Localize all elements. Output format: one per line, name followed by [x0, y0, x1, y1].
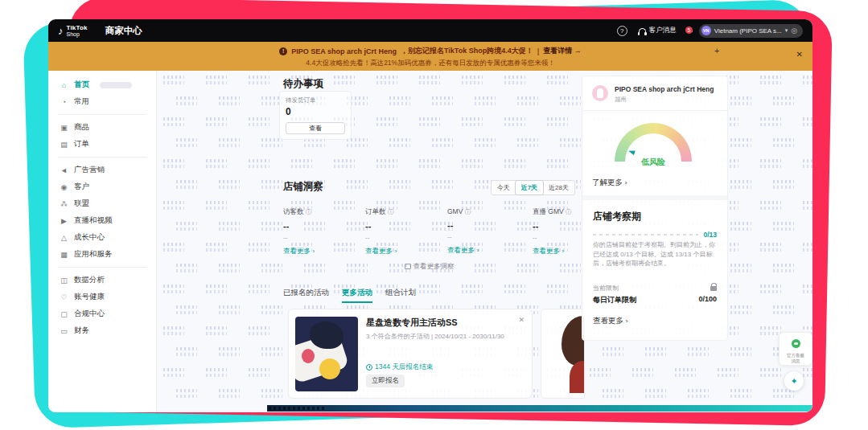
register-now-button[interactable]: 立即报名	[366, 375, 405, 387]
sidebar-item-compliance[interactable]: ▢合规中心	[48, 305, 156, 322]
metric-sub: --	[365, 234, 447, 241]
sidebar-item-label: 合规中心	[74, 309, 105, 319]
insights-metrics: 访客数 ⓘ----查看更多 ›订单数 ⓘ----查看更多 ›GMV ⓘ----查…	[283, 207, 575, 256]
activity-subtitle: 3 个符合条件的子活动 | 2024/10/21 - 2030/11/30	[366, 332, 524, 341]
chevron-right-icon: ›	[476, 247, 479, 254]
metric-more-link[interactable]: 查看更多 ›	[447, 246, 533, 256]
insights-range-tab[interactable]: 近7天	[515, 180, 544, 195]
tiktok-shop-logo[interactable]: ♪ TikTok Shop	[58, 25, 88, 37]
progress-dots	[593, 234, 698, 235]
illustration-figure	[310, 321, 343, 349]
sidebar-item-apps[interactable]: ▦应用和服务	[48, 246, 156, 263]
activity-carousel: 星盘造数专用主活动SS 3 个符合条件的子活动 | 2024/10/21 - 2…	[283, 309, 585, 402]
music-note-icon: ♪	[58, 26, 64, 36]
metric-sub: --	[447, 233, 533, 240]
insights-range-tab[interactable]: 今天	[492, 181, 516, 195]
todo-card-label: 待发货订单	[286, 96, 345, 104]
shop-name: PIPO SEA shop arch jCrt Heng	[615, 85, 714, 94]
bottom-gradient-bar	[267, 405, 812, 412]
chat-bubble-icon	[792, 339, 800, 348]
panel-divider	[582, 195, 727, 200]
sidebar-item-clock[interactable]: ◔常用	[48, 93, 156, 110]
order-icon: ▤	[60, 141, 68, 149]
probation-more-link[interactable]: 查看更多 ›	[593, 316, 627, 326]
banner-shop-name: PIPO SEA shop arch jCrt Heng	[291, 47, 397, 55]
compliance-icon: ▢	[60, 310, 68, 318]
close-icon[interactable]: ✕	[518, 316, 525, 324]
sidebar-divider	[58, 114, 146, 115]
sidebar-item-label: 数据分析	[74, 275, 105, 285]
chevron-right-icon: ›	[394, 248, 397, 255]
next-activity-card-partial[interactable]	[541, 309, 585, 399]
todo-card: 待发货订单 0 查看	[279, 91, 352, 140]
info-icon[interactable]: ⓘ	[306, 208, 312, 215]
sidebar-item-customers[interactable]: ◉客户	[48, 178, 156, 195]
chevron-right-icon: ›	[312, 248, 315, 255]
sidebar-item-order[interactable]: ▤订单	[48, 136, 156, 153]
chevron-right-icon: ›	[626, 317, 628, 325]
activity-tab[interactable]: 已报名的活动	[283, 288, 329, 303]
restriction-row: 每日订单限制 0/100	[593, 295, 717, 305]
insights-range-tab[interactable]: 近28天	[543, 181, 574, 195]
sidebar-item-label: 商品	[74, 122, 89, 133]
service-widget-title: 官方客服	[780, 353, 812, 358]
probation-description: 你的店铺目前处于考察期。到目前为止，你已经达成 0/13 个目标。达成 13/1…	[593, 240, 718, 268]
clock-icon: ◔	[60, 98, 68, 106]
globe-icon: ◎	[791, 27, 797, 35]
info-icon[interactable]: ⓘ	[566, 208, 572, 215]
region-selector[interactable]: VN Vietnam (PIPO SEA s... ▾ ◎	[699, 24, 803, 38]
sidebar-item-finance[interactable]: ▭财务	[48, 322, 156, 339]
customers-icon: ◉	[60, 183, 68, 191]
risk-level-label: 低风险	[615, 157, 692, 168]
analytics-icon: ◫	[60, 276, 68, 285]
sparkle-icon: ✦	[790, 376, 797, 387]
info-icon[interactable]: ⓘ	[465, 208, 471, 215]
growth-icon: △	[60, 234, 68, 242]
sidebar-item-label: 首页	[74, 80, 89, 90]
customer-messages-button[interactable]: 客户消息	[639, 26, 677, 35]
sidebar-item-growth[interactable]: △成长中心	[48, 229, 156, 246]
probation-progress: 0/13	[593, 231, 717, 239]
sidebar-item-affiliate[interactable]: ⁂联盟	[48, 195, 156, 212]
loading-skeleton	[100, 82, 132, 88]
metric-more-link[interactable]: 查看更多 ›	[283, 247, 365, 256]
center-column: 待办事项 待发货订单 0 查看 店铺洞察 今天近7天近28天 访客数 ⓘ----…	[283, 77, 575, 407]
todo-view-button[interactable]: 查看	[286, 122, 345, 134]
affiliate-icon: ⁂	[60, 200, 68, 208]
banner-details-link[interactable]: 查看详情 →	[543, 46, 582, 56]
seller-center-window: ♪ TikTok Shop 商家中心 ? 客户消息 5 VN	[48, 19, 812, 412]
chart-icon	[405, 264, 411, 269]
finance-icon: ▭	[60, 327, 68, 335]
customer-service-widget[interactable]: 官方客服 消息	[779, 332, 812, 366]
restriction-header: 当前限制	[593, 284, 619, 293]
metric-more-link[interactable]: 查看更多 ›	[365, 247, 447, 256]
top-bar: ♪ TikTok Shop 商家中心 ? 客户消息 5 VN	[48, 19, 812, 42]
activity-illustration	[295, 317, 358, 391]
sidebar-item-health[interactable]: ♡账号健康	[48, 289, 156, 305]
activity-card[interactable]: 星盘造数专用主活动SS 3 个符合条件的子活动 | 2024/10/21 - 2…	[288, 309, 533, 399]
sidebar-divider	[58, 157, 146, 158]
banner-close-icon[interactable]: ✕	[796, 50, 803, 59]
sidebar-item-home[interactable]: ⌂首页	[48, 76, 156, 93]
banner-expand-icon[interactable]: +	[714, 46, 719, 55]
lock-icon	[710, 286, 717, 291]
help-icon[interactable]: ?	[617, 26, 627, 36]
info-icon[interactable]: ⓘ	[388, 208, 394, 215]
more-insights-link[interactable]: 查看更多洞察	[283, 262, 575, 272]
todo-section-title: 待办事项	[283, 77, 323, 91]
health-icon: ♡	[60, 293, 68, 301]
sidebar-item-product[interactable]: ▣商品	[48, 119, 156, 136]
apps-icon: ▦	[60, 251, 68, 259]
sidebar-item-analytics[interactable]: ◫数据分析	[48, 272, 156, 289]
sidebar-item-megaphone[interactable]: ◄广告营销	[48, 162, 156, 178]
assistant-button[interactable]: ✦	[784, 371, 804, 391]
main-content: 待办事项 待发货订单 0 查看 店铺洞察 今天近7天近28天 访客数 ⓘ----…	[157, 71, 812, 412]
clock-icon	[366, 364, 372, 371]
app-title: 商家中心	[105, 25, 142, 37]
insights-metric: 订单数 ⓘ----查看更多 ›	[365, 207, 447, 256]
sidebar-item-label: 账号健康	[74, 292, 105, 302]
activity-tab[interactable]: 组合计划	[385, 288, 416, 303]
learn-more-link[interactable]: 了解更多 ›	[592, 178, 627, 188]
activity-tab[interactable]: 更多活动	[342, 288, 372, 303]
sidebar-item-live-video[interactable]: ▶直播和视频	[48, 212, 156, 229]
